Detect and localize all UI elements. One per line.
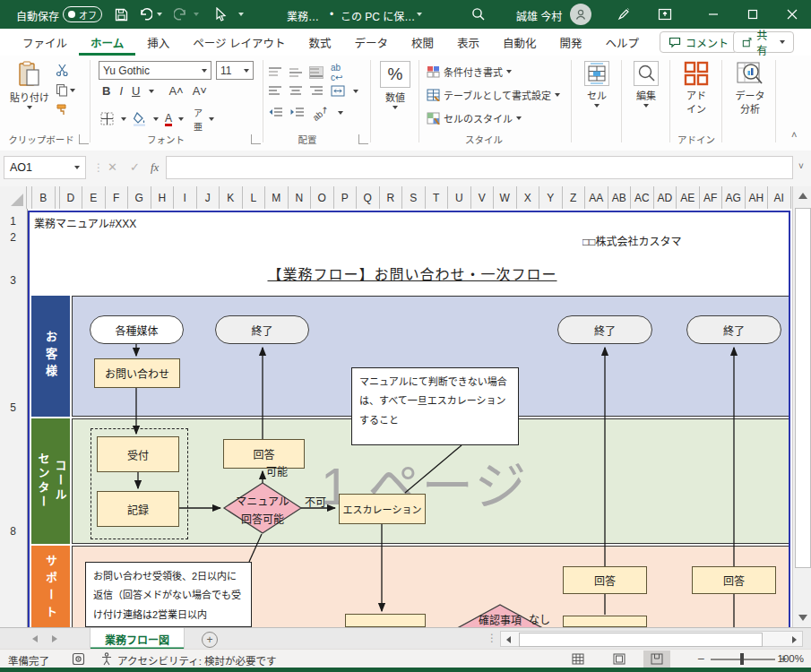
column-header-AI[interactable]: AI xyxy=(768,186,791,209)
ribbon-tab-8[interactable]: 自動化 xyxy=(491,29,548,56)
orientation-dropdown[interactable] xyxy=(338,111,343,115)
document-title[interactable]: 業務… xyxy=(287,8,319,23)
align-middle-icon[interactable] xyxy=(289,67,302,78)
column-header-AA[interactable]: AA xyxy=(585,186,608,209)
tabbar-separator[interactable]: ⋮ xyxy=(487,632,497,644)
column-header-U[interactable]: U xyxy=(448,186,471,209)
formula-input[interactable] xyxy=(166,156,793,179)
horizontal-scrollbar[interactable] xyxy=(500,631,803,647)
column-header-AC[interactable]: AC xyxy=(631,186,654,209)
vertical-scrollbar[interactable] xyxy=(792,186,811,627)
underline-button[interactable]: U xyxy=(132,84,140,98)
cell-doc-ref[interactable]: 業務マニュアル#XXX xyxy=(34,215,136,230)
conditional-format-button[interactable]: 条件付き書式 xyxy=(427,65,512,79)
column-header-AH[interactable]: AH xyxy=(746,186,769,209)
lane-label-customer[interactable]: お客様 xyxy=(31,296,70,417)
column-header-AB[interactable]: AB xyxy=(608,186,632,209)
underline-dropdown[interactable] xyxy=(149,90,154,93)
orientation-icon[interactable]: ab↗ xyxy=(311,104,331,123)
column-header-T[interactable]: T xyxy=(426,186,449,209)
hscroll-left-arrow[interactable] xyxy=(506,636,511,643)
align-bottom-icon[interactable] xyxy=(310,67,323,78)
font-name-select[interactable]: Yu Gothic xyxy=(99,61,211,80)
save-icon[interactable] xyxy=(112,5,130,23)
sheet-nav-right[interactable] xyxy=(52,635,57,642)
font-dialog-launcher[interactable] xyxy=(251,134,261,144)
name-box[interactable]: AO1 xyxy=(4,156,86,179)
search-icon[interactable] xyxy=(470,5,487,23)
shape-end-3[interactable]: 終了 xyxy=(686,315,781,344)
align-left-icon[interactable] xyxy=(269,86,281,97)
row-header-3[interactable]: 3 xyxy=(0,274,26,287)
maximize-button[interactable] xyxy=(744,5,762,23)
column-header-D[interactable]: D xyxy=(60,186,83,209)
ribbon-tab-9[interactable]: 開発 xyxy=(548,29,593,56)
sheet-tab-active[interactable]: 業務フロー図 xyxy=(90,628,185,650)
hscroll-right-arrow[interactable] xyxy=(792,636,797,643)
column-header-AF[interactable]: AF xyxy=(700,186,723,209)
column-header-AG[interactable]: AG xyxy=(722,186,746,209)
addins-button[interactable]: アド イン xyxy=(676,61,717,116)
column-header-Z[interactable]: Z xyxy=(563,186,586,209)
shape-reception[interactable]: 受付 xyxy=(97,436,179,472)
row-header-8[interactable]: 8 xyxy=(0,525,26,538)
share-button[interactable]: 共有 xyxy=(733,31,794,53)
redo-dropdown[interactable] xyxy=(194,13,199,16)
sheet-grid[interactable]: 12358 業務マニュアル#XXX □□株式会社カスタマ 【業務フロー】お問い合… xyxy=(0,209,792,627)
column-header-W[interactable]: W xyxy=(494,186,517,209)
undo-icon[interactable] xyxy=(136,5,154,23)
column-header-J[interactable]: J xyxy=(197,186,220,209)
cell-company[interactable]: □□株式会社カスタマ xyxy=(582,233,789,248)
accessibility-icon[interactable] xyxy=(100,652,113,666)
column-header-O[interactable]: O xyxy=(311,186,334,209)
cut-button[interactable] xyxy=(56,64,69,77)
format-as-table-button[interactable]: テーブルとして書式設定 xyxy=(427,88,560,102)
align-right-icon[interactable] xyxy=(310,86,323,97)
note-escalation-rule[interactable]: マニュアルにて判断できない場合は、すべて一旦エスカレーションすること xyxy=(351,367,519,445)
horizontal-scroll-thumb[interactable] xyxy=(519,633,763,647)
ribbon-tab-6[interactable]: 校閲 xyxy=(400,29,445,56)
shape-escalation[interactable]: エスカレーション xyxy=(339,494,426,524)
merge-dropdown[interactable] xyxy=(353,90,358,93)
phonetic-dropdown[interactable] xyxy=(209,117,214,121)
shape-end-1[interactable]: 終了 xyxy=(215,315,309,344)
italic-button[interactable]: I xyxy=(119,84,123,98)
ribbon-tab-4[interactable]: 数式 xyxy=(297,29,342,56)
font-color-icon[interactable]: A xyxy=(165,113,172,126)
fill-color-dropdown[interactable] xyxy=(153,117,159,121)
select-all-corner[interactable] xyxy=(0,186,27,209)
clipboard-dialog-launcher[interactable] xyxy=(79,134,89,144)
view-page-layout-button[interactable] xyxy=(606,650,633,668)
data-analysis-button[interactable]: データ 分析 xyxy=(728,61,772,116)
redo-icon[interactable] xyxy=(172,5,190,23)
ribbon-tab-3[interactable]: ページ レイアウト xyxy=(181,29,297,56)
bold-button[interactable]: B xyxy=(102,84,110,98)
fx-icon[interactable]: fx xyxy=(151,160,159,175)
grow-font-button[interactable]: A˄ xyxy=(168,84,183,98)
format-painter-button[interactable] xyxy=(56,103,69,116)
ribbon-tab-5[interactable]: データ xyxy=(342,29,400,56)
row-header-2[interactable]: 2 xyxy=(0,231,26,244)
lane-label-support[interactable]: サポート xyxy=(31,546,70,627)
user-name[interactable]: 誠雄 今村 xyxy=(516,8,562,23)
column-header-Y[interactable]: Y xyxy=(539,186,563,209)
view-normal-button[interactable] xyxy=(565,650,591,668)
autosave-toggle[interactable]: オフ xyxy=(63,6,102,22)
formula-separator[interactable]: ⋮ xyxy=(93,161,104,174)
save-location[interactable]: この PC に保… xyxy=(341,8,415,23)
note-response-deadline[interactable]: お問い合わせ受領後、2日以内に返信（回答メドがない場合でも受け付け連絡は2営業日… xyxy=(85,562,252,627)
undo-dropdown[interactable] xyxy=(157,13,162,16)
row-header-1[interactable]: 1 xyxy=(0,215,26,228)
accessibility-status[interactable]: アクセシビリティ: 検討が必要です xyxy=(117,653,277,668)
enter-icon[interactable]: ✓ xyxy=(130,160,140,174)
column-header-K[interactable]: K xyxy=(220,186,243,209)
qat-customize-dropdown[interactable] xyxy=(238,13,244,16)
column-header-M[interactable]: M xyxy=(265,186,289,209)
cancel-icon[interactable]: ✕ xyxy=(108,160,117,174)
cells-button[interactable]: セル xyxy=(578,61,616,108)
font-size-select[interactable]: 11 xyxy=(216,61,254,80)
increase-indent-icon[interactable] xyxy=(290,108,304,118)
new-sheet-button[interactable]: + xyxy=(202,632,218,648)
shape-bottom-partial-1[interactable] xyxy=(345,614,426,627)
shape-media[interactable]: 各種媒体 xyxy=(90,315,184,344)
